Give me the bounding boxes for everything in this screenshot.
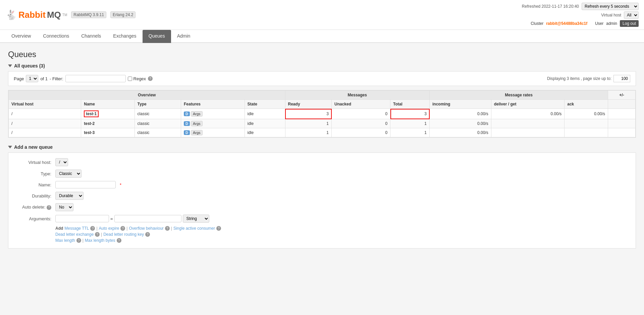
th-ack: ack — [565, 100, 608, 109]
td-unacked: 0 — [332, 128, 390, 137]
plus-minus-btn-header[interactable]: +/- — [608, 91, 636, 100]
sep5: | — [83, 238, 84, 243]
vhost-form-select[interactable]: / — [55, 158, 68, 166]
td-deliver-get — [491, 119, 565, 128]
logo-rabbit-text: Rabbit — [18, 10, 46, 20]
all-queues-label: All queues (3) — [14, 63, 45, 69]
max-length-help-icon[interactable]: ? — [76, 238, 81, 243]
header-right: Refreshed 2022-11-17 16:20:40 Refresh ev… — [522, 3, 639, 27]
td-deliver-get — [491, 128, 565, 137]
td-vhost: / — [9, 128, 81, 137]
regex-help-icon[interactable]: ? — [148, 76, 153, 81]
type-form-select[interactable]: Classic Quorum Stream — [55, 170, 82, 178]
td-ack — [565, 128, 608, 137]
nav-admin[interactable]: Admin — [171, 30, 197, 43]
arg-link-single-active[interactable]: Single active consumer — [173, 226, 215, 231]
queue-name-link[interactable]: test-1 — [86, 111, 97, 116]
pagination-left: Page 1 of 1 - Filter: Regex ? — [14, 75, 153, 82]
sep2: | — [126, 226, 127, 231]
regex-checkbox[interactable] — [128, 77, 132, 81]
add-queue-toggle[interactable]: Add a new queue — [8, 144, 636, 150]
arg-links-row3: Max length ? | Max length bytes ? — [55, 238, 629, 243]
th-ready: Ready — [285, 100, 331, 109]
refresh-select[interactable]: Refresh every 5 seconds Refresh every 10… — [582, 3, 639, 10]
regex-checkbox-label: Regex — [128, 76, 146, 81]
vhost-select[interactable]: All / — [624, 11, 639, 19]
page-select[interactable]: 1 — [26, 75, 38, 82]
tag-args[interactable]: Args — [191, 130, 203, 135]
td-incoming: 0.00/s — [430, 109, 491, 119]
tag-args[interactable]: Args — [191, 111, 203, 117]
sep1: | — [96, 226, 97, 231]
durability-form-control: Durable Transient — [55, 192, 84, 200]
td-unacked: 0 — [332, 119, 390, 128]
arg-link-message-ttl[interactable]: Message TTL — [64, 226, 89, 231]
td-ready: 1 — [285, 128, 331, 137]
nav-connections[interactable]: Connections — [37, 30, 75, 43]
arg-link-dead-letter-exchange[interactable]: Dead letter exchange — [55, 232, 94, 237]
td-total: 1 — [390, 119, 430, 128]
td-extra — [608, 119, 636, 128]
th-total: Total — [390, 100, 430, 109]
args-val-input[interactable] — [114, 215, 181, 222]
arg-link-max-length[interactable]: Max length — [55, 238, 75, 243]
overflow-help-icon[interactable]: ? — [165, 226, 170, 231]
td-state: idle — [245, 128, 285, 137]
arguments-form-row: Arguments: = String Number Boolean — [15, 215, 629, 223]
displaying-label: Displaying 3 items , page size up to: — [547, 76, 611, 81]
auto-expire-help-icon[interactable]: ? — [120, 226, 125, 231]
filter-input[interactable] — [65, 75, 126, 82]
all-queues-toggle[interactable]: All queues (3) — [8, 63, 636, 69]
single-active-help-icon[interactable]: ? — [216, 226, 221, 231]
auto-delete-form-control: No Yes — [55, 203, 73, 211]
logo-tm-text: TM — [62, 13, 67, 17]
logout-button[interactable]: Log out — [620, 20, 639, 27]
page-label: Page — [14, 76, 24, 81]
arg-links-row: Add Message TTL ? | Auto expire ? | Over… — [55, 226, 629, 231]
td-total: 1 — [390, 128, 430, 137]
nav-channels[interactable]: Channels — [75, 30, 107, 43]
nav: Overview Connections Channels Exchanges … — [0, 30, 644, 43]
arg-link-overflow[interactable]: Overflow behaviour — [129, 226, 163, 231]
arg-link-dead-letter-routing-key[interactable]: Dead letter routing key — [103, 232, 144, 237]
queue-name-link[interactable]: test-3 — [84, 130, 95, 135]
td-ack: 0.00/s — [565, 109, 608, 119]
auto-delete-form-row: Auto delete: ? No Yes — [15, 203, 629, 211]
dead-letter-exchange-help-icon[interactable]: ? — [95, 232, 100, 237]
add-queue-label: Add a new queue — [14, 144, 53, 150]
durability-form-select[interactable]: Durable Transient — [55, 192, 84, 200]
auto-delete-form-select[interactable]: No Yes — [55, 203, 73, 211]
message-ttl-help-icon[interactable]: ? — [90, 226, 95, 231]
td-extra — [608, 128, 636, 137]
queue-name-link[interactable]: test-2 — [84, 121, 95, 126]
tag-d: D — [184, 121, 190, 126]
td-name: test-3 — [81, 128, 135, 137]
name-form-input[interactable] — [55, 181, 116, 188]
name-form-row: Name: * — [15, 181, 629, 188]
td-unacked: 0 — [332, 109, 390, 119]
nav-exchanges[interactable]: Exchanges — [107, 30, 142, 43]
of-label: of 1 — [40, 76, 48, 81]
args-key-input[interactable] — [55, 215, 109, 222]
td-type: classic — [135, 119, 181, 128]
th-virtual-host: Virtual host — [9, 100, 81, 109]
rabbit-icon: 🐇 — [5, 9, 17, 20]
name-form-label: Name: — [15, 182, 55, 187]
arg-link-max-length-bytes[interactable]: Max length bytes — [85, 238, 115, 243]
tag-args[interactable]: Args — [191, 121, 203, 126]
nav-overview[interactable]: Overview — [5, 30, 37, 43]
auto-delete-help-icon[interactable]: ? — [47, 205, 51, 210]
td-vhost: / — [9, 119, 81, 128]
arg-link-auto-expire[interactable]: Auto expire — [99, 226, 119, 231]
args-type-select[interactable]: String Number Boolean — [183, 215, 209, 223]
td-name: test-2 — [81, 119, 135, 128]
tag-d: D — [184, 130, 190, 135]
add-arg-button[interactable]: Add — [55, 226, 63, 231]
max-length-bytes-help-icon[interactable]: ? — [117, 238, 121, 243]
dead-letter-routing-key-help-icon[interactable]: ? — [145, 232, 150, 237]
messages-col-header: Messages — [285, 91, 429, 100]
page-size-input[interactable] — [613, 75, 630, 82]
nav-queues[interactable]: Queues — [143, 30, 171, 43]
th-deliver-get: deliver / get — [491, 100, 565, 109]
type-form-label: Type: — [15, 171, 55, 176]
